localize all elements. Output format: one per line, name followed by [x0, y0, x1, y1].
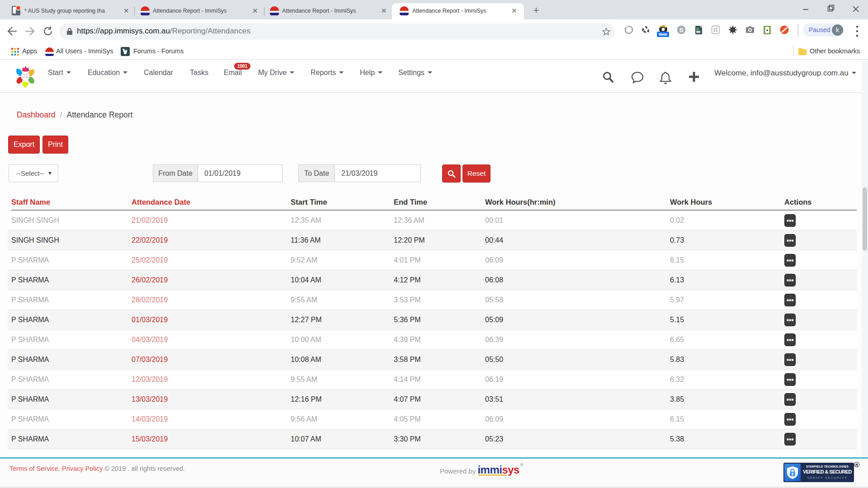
svg-text:STUDY: STUDY	[22, 76, 30, 79]
svg-text:S: S	[679, 27, 684, 33]
